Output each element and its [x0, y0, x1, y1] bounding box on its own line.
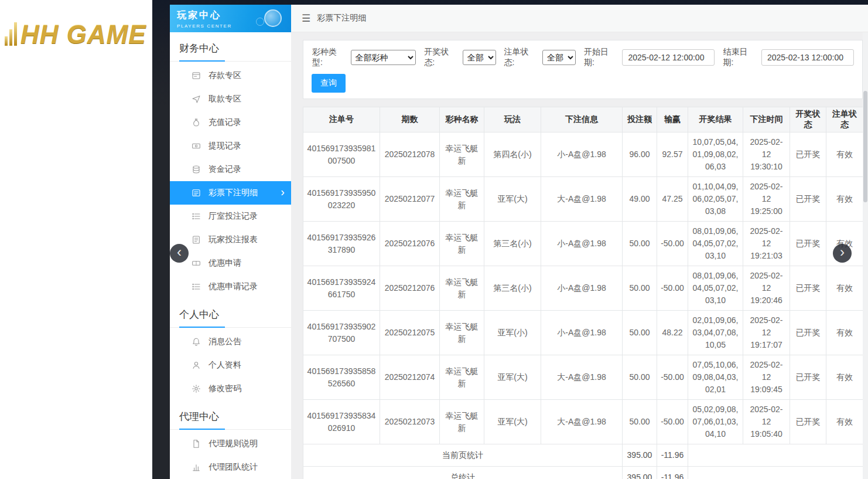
password-icon: [192, 384, 201, 393]
sidebar-item-label: 代理规则说明: [209, 439, 258, 449]
column-header: 注单号: [303, 107, 380, 133]
table-cell: 02,01,09,06,03,04,07,08,10,05: [688, 311, 743, 355]
chevron-right-icon: ›: [840, 245, 845, 259]
sidebar-item-recharge-record[interactable]: 充值记录: [170, 111, 291, 134]
draw-status-label: 开奖状态:: [424, 47, 459, 68]
table-cell: 92.57: [657, 133, 688, 177]
table-cell: -50.00: [657, 266, 688, 311]
table-row: 40156917393583402691020250212073幸运飞艇新亚军(…: [303, 400, 863, 444]
column-header: 输赢: [657, 107, 688, 133]
sidebar-item-hall-bet-record[interactable]: 厅室投注记录: [170, 205, 291, 228]
table-cell: 大-A盘@1.98: [541, 355, 623, 400]
sidebar-item-label: 优惠申请: [209, 258, 241, 269]
table-cell: 有效: [826, 355, 863, 400]
page-summary-row: 当前页统计 395.00 -11.96: [303, 444, 863, 467]
table-cell: 2025-02-12 19:20:46: [743, 266, 790, 311]
column-header: 开奖状态: [790, 107, 826, 133]
sidebar-item-agent-rules[interactable]: 代理规则说明: [170, 432, 291, 456]
sidebar-section-title: 代理中心: [170, 400, 291, 430]
start-date-input[interactable]: [622, 49, 715, 66]
table-cell: 20250212076: [380, 222, 440, 266]
table-cell: 已开奖: [790, 177, 826, 222]
promo-apply-record-icon: [192, 282, 201, 291]
menu-toggle-icon[interactable]: ☰: [302, 12, 310, 25]
table-cell: 20250212075: [380, 311, 440, 355]
sidebar-item-deposit[interactable]: 存款专区: [170, 64, 291, 87]
table-cell: 第四名(小): [484, 133, 541, 177]
table-row: 40156917393592631789020250212076幸运飞艇新第三名…: [303, 222, 863, 266]
table-cell: 有效: [826, 311, 863, 355]
sidebar-item-funds-record[interactable]: 资金记录: [170, 158, 291, 181]
lottery-type-label: 彩种类型:: [312, 47, 347, 68]
table-cell: 50.00: [623, 400, 657, 444]
table-cell: 10,07,05,04,01,09,08,02,06,03: [688, 133, 743, 177]
filter-panel: 彩种类型: 全部彩种 开奖状态: 全部 注单状态: 全部 开始日期: 结束日期:…: [303, 40, 863, 99]
table-cell: 幸运飞艇新: [440, 311, 484, 355]
sidebar-item-agent-team[interactable]: 代理团队统计: [170, 456, 291, 479]
table-cell: 已开奖: [790, 222, 826, 266]
table-cell: 48.22: [657, 311, 688, 355]
column-header: 下注时间: [743, 107, 790, 133]
table-cell: 已开奖: [790, 355, 826, 400]
sidebar-item-label: 充值记录: [209, 117, 241, 128]
prev-arrow-button[interactable]: ‹: [170, 244, 189, 263]
table-cell: 大-A盘@1.98: [541, 400, 623, 444]
sidebar-item-label: 消息公告: [209, 337, 241, 347]
main-content: 彩种类型: 全部彩种 开奖状态: 全部 注单状态: 全部 开始日期: 结束日期:…: [291, 32, 868, 479]
table-cell: 亚军(大): [484, 177, 541, 222]
table-cell: 2025-02-12 19:17:07: [743, 311, 790, 355]
sidebar-item-announcements[interactable]: 消息公告: [170, 330, 291, 354]
agent-team-icon: [192, 463, 201, 472]
vertical-scrollbar[interactable]: [863, 32, 868, 479]
table-cell: 亚军(大): [484, 355, 541, 400]
table-cell: 2025-02-12 19:30:10: [743, 133, 790, 177]
column-header: 注单状态: [826, 107, 863, 133]
sidebar-item-label: 取款专区: [209, 94, 241, 104]
table-cell: 05,02,09,08,07,06,01,03,04,10: [688, 400, 743, 444]
sidebar-item-player-bet-report[interactable]: 玩家投注报表: [170, 228, 291, 252]
table-cell: 47.25: [657, 177, 688, 222]
withdrawal-record-icon: [192, 141, 201, 151]
sidebar-item-promo-apply-record[interactable]: 优惠申请记录: [170, 275, 291, 298]
table-cell: 亚军(小): [484, 311, 541, 355]
brand-logo: HH GAME: [0, 0, 152, 49]
sidebar-item-label: 存款专区: [209, 70, 241, 81]
total-summary-bet-total: 395.00: [623, 467, 657, 479]
sidebar-item-change-password[interactable]: 修改密码: [170, 377, 291, 400]
sidebar-item-withdrawal-record[interactable]: 提现记录: [170, 134, 291, 158]
order-status-select[interactable]: 全部: [542, 50, 576, 65]
table-cell: 2025-02-12 19:25:00: [743, 177, 790, 222]
logo-panel: HH GAME: [0, 0, 152, 479]
recharge-record-icon: [192, 118, 201, 127]
lottery-type-select[interactable]: 全部彩种: [351, 50, 416, 65]
next-arrow-button[interactable]: ›: [833, 244, 852, 263]
page-title: 彩票下注明细: [317, 13, 366, 23]
chevron-right-icon: ›: [281, 185, 285, 199]
withdraw-icon: [192, 94, 201, 104]
table-cell: 小-A盘@1.98: [541, 222, 623, 266]
player-bet-report-icon: [192, 235, 201, 244]
draw-status-select[interactable]: 全部: [463, 50, 496, 65]
column-header: 下注信息: [541, 107, 623, 133]
table-row: 40156917393592466175020250212076幸运飞艇新第三名…: [303, 266, 863, 311]
sidebar-item-lottery-bet-detail[interactable]: 彩票下注明细›: [170, 181, 291, 205]
table-cell: 08,01,09,06,04,05,07,02,03,10: [688, 266, 743, 311]
column-header: 开奖结果: [688, 107, 743, 133]
search-button[interactable]: 查询: [312, 74, 346, 93]
column-header: 投注额: [623, 107, 657, 133]
column-header: 彩种名称: [440, 107, 484, 133]
scrollbar-thumb[interactable]: [863, 91, 867, 202]
sidebar-item-label: 个人资料: [209, 360, 241, 371]
table-cell: 49.00: [623, 177, 657, 222]
table-cell: 401569173935834026910: [303, 400, 380, 444]
table-cell: 2025-02-12 19:05:40: [743, 400, 790, 444]
sidebar-item-withdraw[interactable]: 取款专区: [170, 87, 291, 111]
filter-row: 彩种类型: 全部彩种 开奖状态: 全部 注单状态: 全部 开始日期: 结束日期:: [312, 47, 854, 68]
bet-table-body: 40156917393598100750020250212078幸运飞艇新第四名…: [303, 133, 863, 444]
total-summary-empty-cell: [688, 467, 863, 479]
sidebar-item-profile[interactable]: 个人资料: [170, 354, 291, 377]
table-cell: 2025-02-12 19:09:45: [743, 355, 790, 400]
end-date-input[interactable]: [761, 49, 854, 66]
table-row: 40156917393595002322020250212077幸运飞艇新亚军(…: [303, 177, 863, 222]
table-cell: 20250212073: [380, 400, 440, 444]
